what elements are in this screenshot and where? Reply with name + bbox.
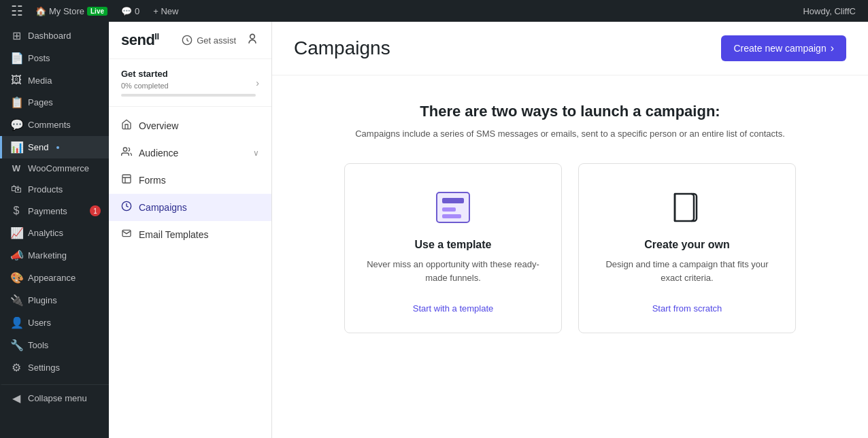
sidebar-label-payments: Payments bbox=[28, 206, 67, 216]
sidebar-item-posts[interactable]: 📄 Posts bbox=[0, 47, 109, 69]
sidebar-label-pages: Pages bbox=[28, 97, 53, 107]
plugin-nav-label-campaigns: Campaigns bbox=[139, 202, 259, 213]
section-subtitle: Campaigns include a series of SMS messag… bbox=[294, 129, 846, 139]
forms-icon bbox=[121, 173, 132, 187]
main-body: There are two ways to launch a campaign:… bbox=[272, 75, 868, 360]
pages-icon: 📋 bbox=[10, 96, 22, 109]
plugin-nav-label-email-templates: Email Templates bbox=[139, 229, 259, 240]
sidebar-label-send: Send bbox=[28, 142, 48, 152]
template-icon bbox=[431, 188, 475, 226]
sidebar-label-marketing: Marketing bbox=[28, 250, 67, 260]
sidebar-item-pages[interactable]: 📋 Pages bbox=[0, 91, 109, 114]
progress-bar-bg bbox=[121, 94, 256, 97]
sidebar-label-settings: Settings bbox=[28, 363, 60, 373]
section-title: There are two ways to launch a campaign: bbox=[294, 103, 846, 120]
sidebar-item-products[interactable]: 🛍 Products bbox=[0, 178, 109, 200]
plugin-nav-label-forms: Forms bbox=[139, 175, 259, 186]
user-icon[interactable] bbox=[246, 32, 259, 49]
plugin-nav: Overview Audience ∨ Forms Campaigns bbox=[109, 107, 271, 254]
sidebar-label-products: Products bbox=[28, 184, 63, 195]
sidebar-label-woocommerce: WooCommerce bbox=[28, 163, 89, 173]
plugin-nav-email-templates[interactable]: Email Templates bbox=[109, 221, 271, 248]
start-scratch-link[interactable]: Start from scratch bbox=[652, 303, 722, 314]
posts-icon: 📄 bbox=[10, 52, 22, 65]
settings-icon: ⚙ bbox=[10, 361, 22, 374]
comment-icon: 💬 bbox=[121, 6, 132, 16]
appearance-icon: 🎨 bbox=[10, 271, 22, 284]
sidebar-item-plugins[interactable]: 🔌 Plugins bbox=[0, 289, 109, 311]
create-campaign-button[interactable]: Create new campaign › bbox=[721, 35, 846, 61]
plugin-nav-campaigns[interactable]: Campaigns bbox=[109, 194, 271, 221]
main-content: Campaigns Create new campaign › There ar… bbox=[272, 22, 868, 438]
new-label: + New bbox=[153, 6, 178, 16]
sidebar-item-send[interactable]: 📊 Send bbox=[0, 136, 109, 158]
plugin-nav-audience[interactable]: Audience ∨ bbox=[109, 139, 271, 167]
plugins-icon: 🔌 bbox=[10, 294, 22, 307]
admin-bar: ☷ 🏠 My Store Live 💬 0 + New Howdy, Cliff… bbox=[0, 0, 868, 22]
adminbar-comments[interactable]: 💬 0 bbox=[114, 0, 146, 22]
sidebar-item-tools[interactable]: 🔧 Tools bbox=[0, 334, 109, 356]
adminbar-howdy: Howdy, CliffC bbox=[796, 6, 863, 16]
sidebar-label-collapse: Collapse menu bbox=[28, 393, 87, 403]
payments-icon: $ bbox=[10, 205, 22, 217]
sidebar-item-payments[interactable]: $ Payments 1 bbox=[0, 200, 109, 222]
campaign-cards: Use a template Never miss an opportunity… bbox=[294, 163, 846, 333]
svg-point-2 bbox=[123, 148, 127, 151]
svg-rect-7 bbox=[442, 198, 464, 203]
sidebar-label-media: Media bbox=[28, 75, 52, 86]
sidebar-item-users[interactable]: 👤 Users bbox=[0, 311, 109, 334]
home-icon: 🏠 bbox=[35, 6, 46, 16]
tools-icon: 🔧 bbox=[10, 339, 22, 352]
sidebar-item-settings[interactable]: ⚙ Settings bbox=[0, 356, 109, 379]
sidebar-label-tools: Tools bbox=[28, 340, 48, 350]
email-templates-icon bbox=[121, 228, 132, 241]
plugin-nav-forms[interactable]: Forms bbox=[109, 167, 271, 194]
payments-badge: 1 bbox=[90, 205, 101, 216]
admin-sidebar: ⊞ Dashboard 📄 Posts 🖼 Media 📋 Pages 💬 Co… bbox=[0, 22, 109, 438]
get-started-section[interactable]: Get started 0% completed › bbox=[109, 59, 271, 107]
sidebar-item-woocommerce[interactable]: W WooCommerce bbox=[0, 158, 109, 178]
sidebar-item-marketing[interactable]: 📣 Marketing bbox=[0, 244, 109, 267]
sidebar-item-appearance[interactable]: 🎨 Appearance bbox=[0, 267, 109, 289]
sidebar-label-comments: Comments bbox=[28, 120, 71, 130]
live-badge: Live bbox=[87, 7, 107, 16]
send-icon: 📊 bbox=[10, 141, 22, 154]
sidebar-item-analytics[interactable]: 📈 Analytics bbox=[0, 222, 109, 244]
get-assist-label: Get assist bbox=[197, 35, 236, 46]
comment-count: 0 bbox=[135, 6, 139, 16]
collapse-icon: ◀ bbox=[10, 392, 22, 405]
plugin-nav-label-audience: Audience bbox=[139, 148, 246, 158]
sidebar-label-analytics: Analytics bbox=[28, 228, 63, 238]
campaigns-icon bbox=[121, 201, 132, 214]
plugin-nav-overview[interactable]: Overview bbox=[109, 112, 271, 139]
get-started-sub: 0% completed bbox=[121, 82, 256, 90]
marketing-icon: 📣 bbox=[10, 249, 22, 262]
sidebar-item-comments[interactable]: 💬 Comments bbox=[0, 114, 109, 136]
adminbar-new[interactable]: + New bbox=[146, 0, 185, 22]
wp-logo-icon[interactable]: ☷ bbox=[5, 3, 29, 19]
campaign-card-scratch: Create your own Design and time a campai… bbox=[578, 163, 796, 333]
plugin-sidebar: sendII Get assist Get started 0% complet… bbox=[109, 22, 272, 438]
adminbar-my-store[interactable]: 🏠 My Store Live bbox=[29, 0, 114, 22]
template-card-title: Use a template bbox=[415, 239, 492, 251]
svg-rect-9 bbox=[442, 214, 461, 218]
book-icon bbox=[668, 188, 706, 226]
media-icon: 🖼 bbox=[10, 74, 22, 86]
create-campaign-arrow-icon: › bbox=[831, 42, 834, 54]
get-assist-button[interactable]: Get assist bbox=[182, 35, 236, 46]
create-campaign-label: Create new campaign bbox=[733, 43, 826, 54]
sidebar-label-plugins: Plugins bbox=[28, 295, 57, 305]
scratch-card-desc: Design and time a campaign that fits you… bbox=[598, 258, 776, 284]
store-name: My Store bbox=[49, 6, 84, 16]
svg-point-1 bbox=[250, 34, 255, 39]
sidebar-item-dashboard[interactable]: ⊞ Dashboard bbox=[0, 24, 109, 47]
overview-icon bbox=[121, 119, 132, 133]
plugin-nav-label-overview: Overview bbox=[139, 120, 259, 131]
audience-icon bbox=[121, 146, 132, 160]
sidebar-item-media[interactable]: 🖼 Media bbox=[0, 69, 109, 91]
start-template-link[interactable]: Start with a template bbox=[413, 303, 494, 314]
audience-chevron-icon: ∨ bbox=[253, 148, 259, 158]
svg-rect-3 bbox=[122, 175, 131, 183]
sidebar-item-collapse[interactable]: ◀ Collapse menu bbox=[0, 384, 109, 409]
analytics-icon: 📈 bbox=[10, 226, 22, 239]
